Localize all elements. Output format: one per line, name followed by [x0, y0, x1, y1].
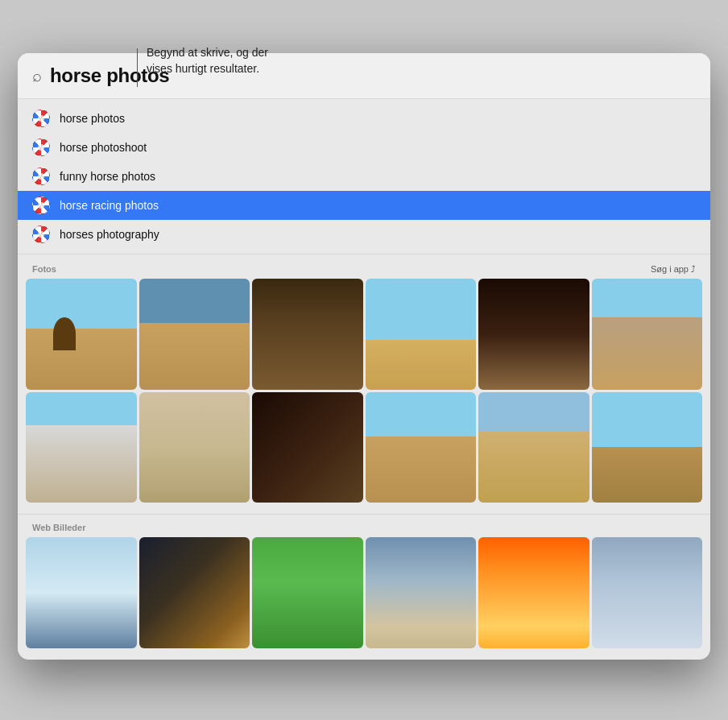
spotlight-window: ⌕ horse photos horse photoshoot funny ho…: [18, 53, 710, 660]
search-bar: ⌕: [18, 53, 710, 99]
safari-icon: [32, 139, 50, 156]
fotos-section-title: Fotos: [32, 264, 56, 274]
suggestion-label: horse racing photos: [60, 199, 159, 212]
fotos-section: Fotos Søg i app ⤴: [18, 254, 710, 514]
tooltip-line: [137, 48, 138, 87]
photo-thumbnail[interactable]: [366, 392, 477, 503]
web-image-thumbnail[interactable]: [592, 537, 703, 648]
suggestion-label: horse photoshoot: [60, 141, 147, 154]
fotos-photos-grid: [18, 279, 710, 511]
photo-thumbnail[interactable]: [26, 392, 137, 503]
safari-icon: [32, 110, 50, 127]
photo-thumbnail[interactable]: [478, 279, 589, 390]
photo-thumbnail[interactable]: [592, 279, 703, 390]
photo-thumbnail[interactable]: [26, 279, 137, 390]
photo-thumbnail[interactable]: [366, 279, 477, 390]
web-image-thumbnail[interactable]: [252, 537, 363, 648]
suggestion-item-active[interactable]: horse racing photos: [18, 191, 710, 220]
photo-thumbnail[interactable]: [478, 392, 589, 503]
suggestion-item[interactable]: horse photos: [18, 104, 710, 133]
safari-icon: [32, 197, 50, 214]
tooltip-text: Begynd at skrive, og der vises hurtigt r…: [147, 45, 268, 77]
photo-thumbnail[interactable]: [252, 279, 363, 390]
web-image-thumbnail[interactable]: [139, 537, 250, 648]
photo-thumbnail[interactable]: [139, 279, 250, 390]
fotos-section-header: Fotos Søg i app ⤴: [18, 263, 710, 279]
web-image-thumbnail[interactable]: [26, 537, 137, 648]
photo-thumbnail[interactable]: [252, 392, 363, 503]
suggestion-item[interactable]: funny horse photos: [18, 162, 710, 191]
web-images-section: Web Billeder: [18, 514, 710, 660]
suggestions-list: horse photos horse photoshoot funny hors…: [18, 99, 710, 254]
web-images-grid: [18, 537, 710, 656]
suggestion-item[interactable]: horse photoshoot: [18, 133, 710, 162]
suggestion-item[interactable]: horses photography: [18, 220, 710, 249]
safari-icon: [32, 168, 50, 185]
suggestion-label: horse photos: [60, 112, 125, 125]
web-section-title: Web Billeder: [32, 523, 85, 532]
web-image-thumbnail[interactable]: [478, 537, 589, 648]
photo-thumbnail[interactable]: [592, 392, 703, 503]
photo-thumbnail[interactable]: [139, 392, 250, 503]
suggestion-label: funny horse photos: [60, 170, 155, 183]
suggestion-label: horses photography: [60, 228, 159, 241]
external-link-icon: ⤴: [691, 264, 696, 274]
web-section-header: Web Billeder: [18, 521, 710, 537]
web-image-thumbnail[interactable]: [366, 537, 477, 648]
search-icon: ⌕: [32, 67, 42, 85]
fotos-search-in-app[interactable]: Søg i app ⤴: [651, 264, 696, 274]
safari-icon: [32, 226, 50, 243]
